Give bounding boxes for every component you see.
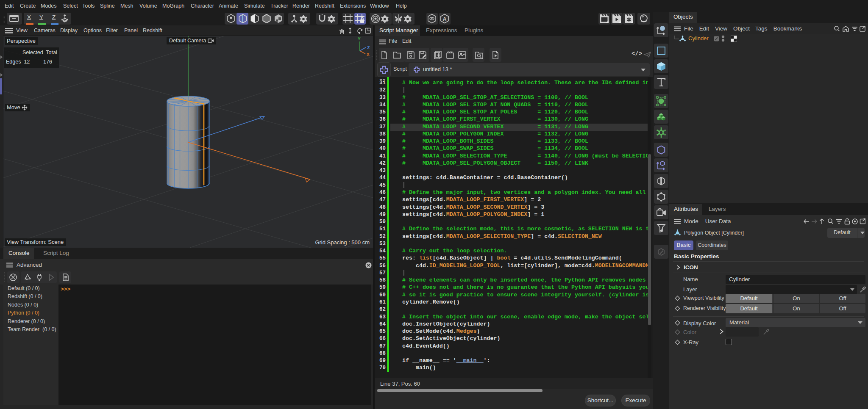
svg-text:X: X bbox=[367, 52, 370, 57]
svg-text:Z: Z bbox=[367, 45, 370, 50]
svg-text:A: A bbox=[443, 16, 447, 22]
svg-text:Y: Y bbox=[358, 36, 361, 41]
